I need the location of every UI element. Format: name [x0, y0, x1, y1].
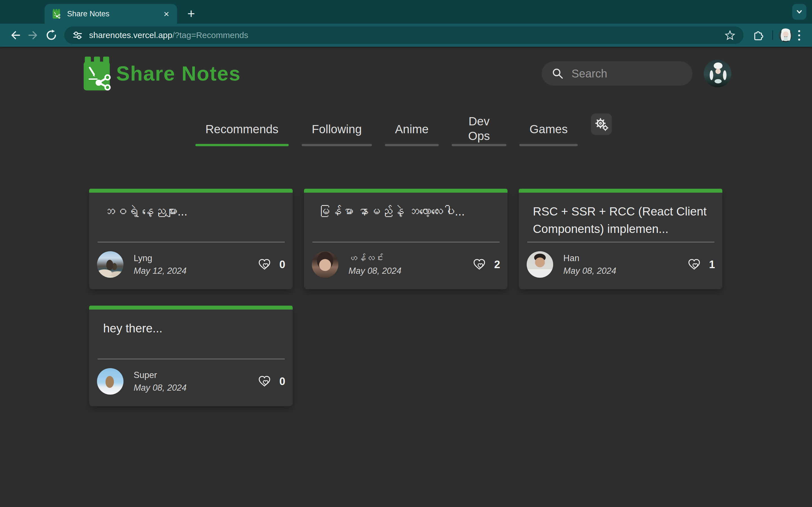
user-avatar[interactable] — [704, 60, 731, 87]
page-content: Share Notes Search Recommends Following … — [0, 47, 812, 507]
card-title: RSC + SSR + RCC (React Client Components… — [533, 203, 708, 238]
screen: Share Notes × + — [0, 0, 812, 507]
back-arrow-icon — [9, 29, 22, 42]
site-info-icon[interactable] — [72, 30, 83, 41]
cards-grid: ဘဝရဲ့ နေ့ညများ... Lyng May 12, 2024 0 မြ… — [89, 189, 723, 406]
likes-heart-icon — [473, 258, 486, 271]
nav-tab-dev-ops[interactable]: Dev Ops — [452, 114, 506, 146]
author-name: Han — [563, 253, 616, 263]
card-accent-bar — [304, 189, 507, 193]
forward-button[interactable] — [24, 26, 42, 44]
author-avatar — [312, 251, 338, 278]
card-title: မြန်မာ နာမည်နဲ့ ဘလော့လေးပါ... — [318, 203, 493, 220]
card-date: May 08, 2024 — [349, 266, 402, 276]
new-tab-button[interactable]: + — [183, 5, 200, 22]
search-input[interactable]: Search — [542, 61, 693, 86]
author-avatar — [97, 368, 123, 395]
card-date: May 12, 2024 — [134, 266, 187, 276]
card-date: May 08, 2024 — [134, 383, 187, 393]
author-name: Lyng — [134, 253, 187, 263]
likes-count: 0 — [280, 376, 285, 388]
address-bar[interactable]: sharenotes.vercel.app/?tag=Recommends — [64, 26, 744, 44]
card-title: hey there... — [103, 320, 278, 337]
author-avatar — [97, 251, 123, 278]
likes-count: 2 — [494, 259, 500, 271]
share-notes-favicon — [51, 9, 61, 19]
page-title: Share Notes — [116, 62, 542, 85]
nav-tab-anime[interactable]: Anime — [385, 122, 439, 146]
card-date: May 08, 2024 — [563, 266, 616, 276]
card-accent-bar — [89, 305, 293, 309]
author-name: Super — [134, 370, 187, 380]
likes-heart-icon — [258, 375, 271, 388]
likes-heart-icon — [258, 258, 271, 271]
reload-icon — [45, 29, 58, 42]
likes[interactable]: 0 — [258, 258, 285, 271]
page-header: Share Notes Search — [81, 47, 731, 92]
back-button[interactable] — [6, 26, 24, 44]
browser-menu-button[interactable] — [792, 29, 806, 42]
likes[interactable]: 1 — [688, 258, 715, 271]
likes-count: 1 — [709, 259, 715, 271]
nav-tab-following[interactable]: Following — [302, 122, 372, 146]
likes[interactable]: 2 — [473, 258, 500, 271]
card-accent-bar — [519, 189, 722, 193]
extensions-puzzle-icon — [751, 29, 764, 41]
tab-search-chevron-button[interactable] — [792, 4, 806, 20]
tag-nav: Recommends Following Anime Dev Ops Games — [0, 114, 812, 146]
extensions-button[interactable] — [749, 26, 767, 44]
nav-tab-games[interactable]: Games — [519, 122, 578, 146]
chevron-down-icon — [795, 8, 804, 16]
card-title: ဘဝရဲ့ နေ့ညများ... — [103, 203, 278, 220]
bookmark-star-icon[interactable] — [724, 30, 735, 41]
note-card[interactable]: ဘဝရဲ့ နေ့ညများ... Lyng May 12, 2024 0 — [89, 189, 293, 289]
browser-tab[interactable]: Share Notes × — [45, 4, 177, 24]
note-card[interactable]: RSC + SSR + RCC (React Client Components… — [519, 189, 722, 289]
author-avatar — [527, 251, 553, 278]
likes-heart-icon — [688, 258, 701, 271]
note-card[interactable]: မြန်မာ နာမည်နဲ့ ဘလော့လေးပါ... ဟန်လင်း Ma… — [304, 189, 507, 289]
settings-gear-icon — [594, 117, 609, 131]
browser-toolbar: sharenotes.vercel.app/?tag=Recommends — [0, 24, 812, 47]
card-divider — [98, 242, 285, 242]
author-name: ဟန်လင်း — [349, 253, 402, 263]
browser-profile-avatar[interactable] — [779, 29, 792, 42]
settings-button[interactable] — [591, 114, 612, 135]
toolbar-separator — [772, 31, 773, 40]
tab-title: Share Notes — [67, 10, 162, 18]
reload-button[interactable] — [42, 26, 60, 44]
browser-tabstrip: Share Notes × + — [0, 0, 812, 24]
search-placeholder: Search — [571, 67, 607, 80]
card-accent-bar — [89, 189, 293, 193]
nav-tab-recommends[interactable]: Recommends — [195, 122, 289, 146]
tab-close-icon[interactable]: × — [162, 9, 170, 18]
note-card[interactable]: hey there... Super May 08, 2024 0 — [89, 305, 293, 406]
likes[interactable]: 0 — [258, 375, 285, 388]
likes-count: 0 — [280, 259, 285, 271]
url-text[interactable]: sharenotes.vercel.app/?tag=Recommends — [89, 31, 724, 40]
card-divider — [312, 242, 500, 242]
card-divider — [527, 242, 714, 242]
forward-arrow-icon — [27, 29, 40, 42]
toolbar-actions — [749, 26, 806, 44]
share-notes-logo-icon — [81, 55, 113, 92]
card-divider — [98, 358, 285, 359]
search-icon — [551, 67, 564, 80]
